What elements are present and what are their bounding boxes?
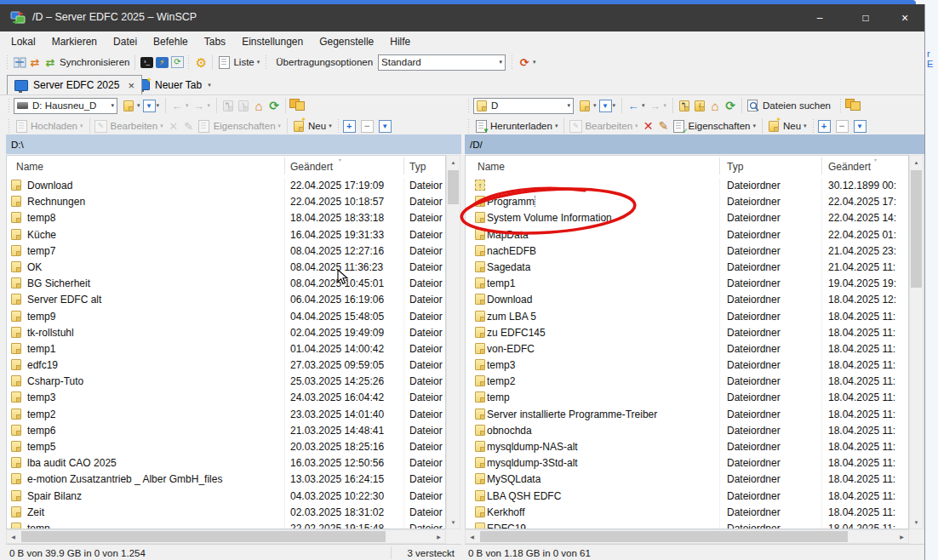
toolbar-grip[interactable] — [812, 119, 815, 133]
new-icon[interactable]: ✦ — [291, 118, 306, 134]
minimize-button[interactable]: – — [800, 4, 839, 31]
file-row[interactable]: lba audit CAO 202516.03.2025 12:50:56Dat… — [7, 455, 445, 471]
download-button[interactable]: Herunterladen — [490, 121, 552, 131]
toolbar-grip[interactable] — [467, 119, 471, 133]
select-add-icon[interactable]: + — [343, 120, 356, 133]
file-row[interactable]: temp3Dateiordner18.04.2025 11: — [466, 357, 908, 374]
file-row[interactable]: temp324.03.2025 16:04:42Dateior — [7, 390, 445, 406]
right-vertical-scrollbar[interactable]: ▲ ▼ — [909, 155, 924, 529]
commander-icon[interactable]: ⚡ — [154, 54, 169, 70]
synchronize-button[interactable]: Synchronisieren — [60, 57, 129, 67]
menu-einstellungen[interactable]: Einstellungen — [242, 36, 303, 48]
toolbar-grip[interactable] — [187, 55, 191, 69]
file-row[interactable]: ProgrammDateiordner22.04.2025 17: — [466, 194, 908, 210]
find-files-icon[interactable] — [746, 98, 761, 113]
find-files-button[interactable]: Dateien suchen — [763, 100, 831, 111]
tab-neuer-tab[interactable]: ✦ Neuer Tab ▾ — [129, 75, 220, 94]
file-row[interactable]: DownloadDateiordner18.04.2025 12: — [466, 292, 908, 308]
column-header-name[interactable]: Name — [478, 161, 505, 173]
forward-icon[interactable]: → — [648, 98, 663, 113]
column-header-modified[interactable]: Geändert — [828, 161, 871, 173]
file-row[interactable]: e-motion Zusatzantrieb _ Alber GmbH_file… — [7, 471, 445, 488]
toolbar-grip[interactable] — [839, 99, 843, 112]
file-row[interactable]: temp2Dateiordner18.04.2025 11: — [466, 374, 908, 390]
parent-directory-icon[interactable]: ↰ — [220, 98, 236, 113]
filter-icon[interactable]: ▼ — [143, 100, 156, 112]
menu-lokal[interactable]: Lokal — [11, 36, 36, 48]
file-row[interactable]: OK08.04.2025 11:36:23Dateior — [7, 260, 445, 276]
edit-button[interactable]: Bearbeiten — [585, 121, 632, 131]
properties-icon[interactable]: ✓ — [672, 118, 687, 134]
sync-browsing-icon[interactable]: ⇄ — [27, 54, 43, 70]
tab-close-icon[interactable]: × — [128, 79, 134, 92]
view-list-icon[interactable] — [216, 54, 232, 70]
column-header-modified[interactable]: Geändert — [290, 161, 333, 173]
file-row[interactable]: Server installierte Programme-TreiberDat… — [466, 407, 908, 423]
preferences-gear-icon[interactable]: ⚙ — [193, 54, 209, 70]
new-icon[interactable]: ✦ — [766, 118, 781, 134]
file-row[interactable]: MySQLdataDateiordner18.04.2025 11: — [466, 471, 908, 488]
left-vertical-scrollbar[interactable]: ▲ ▼ — [446, 155, 460, 529]
open-directory-icon[interactable] — [577, 98, 592, 113]
left-path-bar[interactable]: D:\ — [6, 134, 461, 154]
left-drive-combobox[interactable]: D: Hausneu_D ▾ — [14, 98, 117, 114]
file-row[interactable]: EDFC19Dateiordner18.04.2025 11: — [466, 521, 908, 529]
file-row[interactable]: temp223.03.2025 14:01:40Dateior — [7, 407, 445, 423]
edit-button[interactable]: Bearbeiten — [111, 121, 158, 131]
file-row[interactable]: Download22.04.2025 17:19:09Dateior — [7, 178, 445, 194]
menu-gegenstelle[interactable]: Gegenstelle — [319, 36, 374, 48]
directory-tree-icon[interactable] — [845, 98, 861, 113]
file-row[interactable]: temp621.03.2025 14:48:41Dateior — [7, 423, 445, 439]
file-row[interactable]: SagedataDateiordner21.04.2025 11: — [466, 260, 908, 276]
liste-dropdown[interactable]: Liste — [233, 57, 254, 67]
upload-icon[interactable] — [14, 118, 29, 134]
download-icon[interactable]: ▼ — [473, 118, 489, 134]
panel-layout-icon[interactable] — [12, 54, 27, 70]
menu-datei[interactable]: Datei — [113, 36, 137, 48]
select-add-icon[interactable]: + — [818, 120, 831, 133]
right-horizontal-scrollbar[interactable]: ◀ ▶ — [465, 529, 909, 544]
file-row[interactable]: mysqldump-NAS-altDateiordner18.04.2025 1… — [466, 439, 908, 455]
close-button[interactable]: × — [885, 4, 924, 31]
properties-button[interactable]: Eigenschaften — [689, 121, 751, 131]
selection-filter-icon[interactable]: ▼ — [854, 120, 867, 133]
new-button[interactable]: Neu — [308, 121, 326, 131]
file-row[interactable]: Csharp-Tuto25.03.2025 14:25:26Dateior — [7, 374, 445, 390]
file-row[interactable]: Zeit02.03.2025 18:31:02Dateior — [7, 505, 445, 521]
right-drive-combobox[interactable]: D ▾ — [473, 98, 574, 114]
refresh-icon[interactable]: ⟳ — [723, 98, 738, 113]
menu-hilfe[interactable]: Hilfe — [390, 36, 410, 48]
root-directory-icon[interactable]: \ — [236, 98, 251, 113]
select-remove-icon[interactable]: − — [836, 120, 849, 133]
left-horizontal-scrollbar[interactable]: ◀ ▶ — [6, 529, 446, 544]
parent-directory-icon[interactable]: ↰ — [677, 98, 692, 113]
upload-button[interactable]: Hochladen — [31, 121, 77, 131]
file-row[interactable]: temp818.04.2025 18:33:18Dateior — [7, 210, 445, 226]
selection-filter-icon[interactable]: ▼ — [379, 120, 392, 133]
file-row[interactable]: LBA QSH EDFCDateiordner18.04.2025 11: — [466, 489, 908, 505]
file-row[interactable]: edfc1927.03.2025 09:59:05Dateior — [7, 357, 445, 374]
toolbar-grip[interactable] — [265, 55, 268, 69]
toolbar-grip[interactable] — [8, 99, 11, 112]
edit-icon[interactable]: ✎ — [568, 118, 583, 134]
home-directory-icon[interactable]: ⌂ — [251, 98, 266, 113]
column-header-type[interactable]: Typ — [727, 161, 743, 173]
file-row[interactable]: Rechnungen22.04.2025 10:18:57Dateior — [7, 194, 445, 210]
select-remove-icon[interactable]: − — [361, 120, 374, 133]
menu-tabs[interactable]: Tabs — [204, 36, 226, 48]
toolbar-grip[interactable] — [6, 55, 9, 69]
file-row[interactable]: MapDataDateiordner22.04.2025 01: — [466, 227, 908, 243]
open-directory-icon[interactable] — [121, 98, 136, 113]
file-row[interactable]: temp101.04.2025 14:00:42Dateior — [7, 341, 445, 357]
delete-icon[interactable]: ✕ — [166, 118, 181, 134]
column-header-name[interactable]: Name — [16, 161, 43, 173]
menu-markieren[interactable]: Markieren — [52, 36, 97, 48]
file-row[interactable]: nachEDFBDateiordner21.04.2025 23: — [466, 243, 908, 260]
toolbar-grip[interactable] — [467, 99, 471, 112]
file-row[interactable]: Küche16.04.2025 19:31:33Dateior — [7, 227, 445, 243]
console-icon[interactable]: ›_ — [139, 54, 154, 70]
file-row[interactable]: von-EDFCDateiordner18.04.2025 11: — [466, 341, 908, 357]
file-row[interactable]: tempDateiordner18.04.2025 11: — [466, 390, 908, 406]
file-row[interactable]: temp22.02.2025 19:15:48Dateior — [7, 521, 445, 529]
menu-befehle[interactable]: Befehle — [153, 36, 188, 48]
